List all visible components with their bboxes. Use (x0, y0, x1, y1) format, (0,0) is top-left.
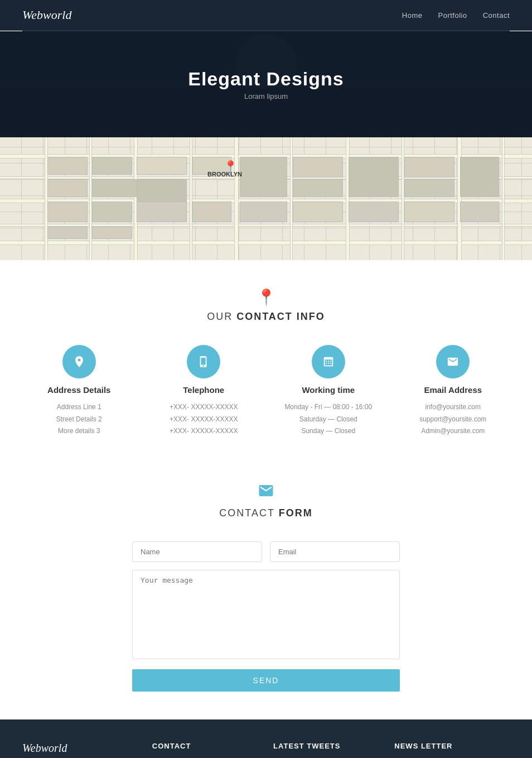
footer-contact-col: CONTACT There are many variations of pas… (152, 742, 257, 758)
address-icon (62, 345, 96, 378)
contact-form: SEND (132, 541, 400, 692)
send-button[interactable]: SEND (132, 669, 400, 692)
site-footer: Webworld There are many variations of pa… (0, 719, 532, 758)
contact-info-section: 📍 OUR CONTACT INFO Address Details Addre… (0, 260, 532, 460)
map-brooklyn-label: BROOKLYN (207, 171, 242, 177)
nav-contact[interactable]: Contact (483, 11, 510, 20)
telephone-card-details: +XXX- XXXXX-XXXXX +XXX- XXXXX-XXXXX +XXX… (170, 401, 238, 438)
email-card-details: info@yoursite.com support@yoursite.com A… (419, 401, 486, 438)
telephone-card-title: Telephone (183, 385, 224, 395)
hero-title: Elegant Designs (188, 68, 344, 90)
address-card-details: Address Line 1 Street Details 2 More det… (56, 401, 102, 438)
contact-info-icon: 📍 (22, 288, 510, 306)
hero-subtitle: Loram lipsum (188, 92, 344, 100)
contact-cards: Address Details Address Line 1 Street De… (22, 345, 510, 438)
main-nav: Home Portfolio Contact (402, 11, 510, 20)
footer-newsletter-title: NEWS LETTER (394, 742, 510, 750)
working-time-card: Working time Monday - Fri — 08:00 - 16:0… (272, 345, 385, 438)
footer-logo: Webworld (22, 742, 136, 755)
form-name-email-row (132, 541, 400, 562)
address-card: Address Details Address Line 1 Street De… (22, 345, 136, 438)
map-canvas: 📍 BROOKLYN (0, 137, 532, 260)
email-card: Email Address info@yoursite.com support@… (396, 345, 510, 438)
email-icon (436, 345, 470, 378)
nav-portfolio[interactable]: Portfolio (438, 11, 467, 20)
working-time-card-title: Working time (302, 385, 355, 395)
footer-brand-col: Webworld There are many variations of pa… (22, 742, 136, 758)
footer-tweets-title: LATEST TWEETS (273, 742, 378, 750)
telephone-card: Telephone +XXX- XXXXX-XXXXX +XXX- XXXXX-… (147, 345, 261, 438)
message-input[interactable] (132, 570, 400, 659)
form-section-icon (22, 482, 510, 503)
address-card-title: Address Details (47, 385, 110, 395)
footer-newsletter-col: NEWS LETTER Type your email address belo… (394, 742, 510, 758)
footer-grid: Webworld There are many variations of pa… (22, 742, 510, 758)
hero-content: Elegant Designs Loram lipsum (188, 68, 344, 100)
hero-section: Elegant Designs Loram lipsum (0, 31, 532, 137)
site-header: Webworld Home Portfolio Contact (0, 0, 532, 31)
nav-home[interactable]: Home (402, 11, 423, 20)
map-section: 📍 BROOKLYN (0, 137, 532, 260)
contact-info-title: OUR CONTACT INFO (22, 311, 510, 323)
site-logo: Webworld (22, 8, 71, 22)
working-time-icon (312, 345, 345, 378)
name-input[interactable] (132, 541, 262, 562)
email-card-title: Email Address (424, 385, 482, 395)
working-time-card-details: Monday - Fri — 08:00 - 16:00 Saturday — … (284, 401, 372, 438)
contact-form-section: CONTACT FORM SEND (0, 460, 532, 719)
footer-tweets-col: LATEST TWEETS 🐦 Lorem Ipsum is simply du… (273, 742, 378, 758)
footer-contact-title: CONTACT (152, 742, 257, 750)
form-section-title: CONTACT FORM (22, 507, 510, 519)
telephone-icon (187, 345, 220, 378)
email-input[interactable] (270, 541, 400, 562)
